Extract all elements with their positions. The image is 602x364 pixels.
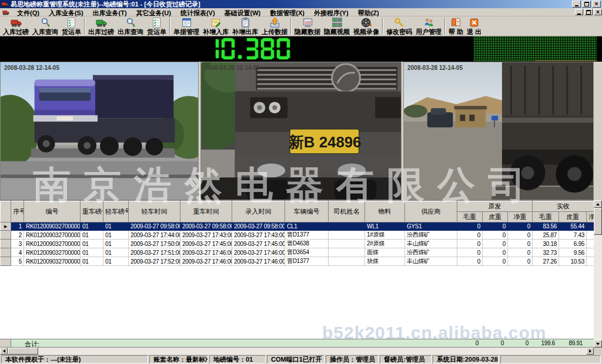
scroll-down-button[interactable] bbox=[594, 340, 602, 348]
toolbar-button-label: 修改密码 bbox=[386, 28, 412, 35]
toolbar-button-clipboard[interactable]: 补增出库 bbox=[230, 16, 260, 36]
table-cell: 2009-03-27 17:43:00 bbox=[180, 231, 232, 240]
table-cell: 0 bbox=[508, 257, 533, 266]
led-baseline bbox=[535, 60, 597, 61]
film-reel-icon bbox=[360, 17, 373, 28]
column-header: 编号 bbox=[24, 201, 81, 223]
horizontal-scrollbar[interactable] bbox=[0, 348, 594, 355]
table-cell: 0 bbox=[508, 223, 533, 231]
menu-item[interactable]: 帮助(Z) bbox=[353, 9, 384, 16]
column-subheader: 净重 bbox=[508, 212, 533, 223]
toolbar-button-label: 隐藏视频 bbox=[324, 28, 350, 35]
table-cell: 0 bbox=[483, 231, 508, 240]
total-value: 0 bbox=[482, 340, 506, 346]
table-cell: 1#原煤 bbox=[365, 231, 405, 240]
toolbar-group: 123隐藏数据隐藏视频视频录像 bbox=[293, 16, 381, 36]
menu-item[interactable]: 数据管理(X) bbox=[265, 9, 309, 16]
menu-item[interactable]: 出库业务(T) bbox=[88, 9, 132, 16]
row-indicator bbox=[1, 240, 11, 248]
child-restore-button[interactable] bbox=[584, 9, 593, 15]
menu-item[interactable]: 外接程序(Y) bbox=[309, 9, 353, 16]
svg-text:123: 123 bbox=[305, 21, 310, 24]
child-close-button[interactable]: × bbox=[594, 9, 602, 15]
toolbar-button-users[interactable]: 用户管理 bbox=[414, 16, 443, 36]
window-controls: × bbox=[572, 1, 601, 8]
restore-button[interactable] bbox=[582, 1, 591, 8]
toolbar-button-label: 补增入库 bbox=[203, 28, 229, 35]
toolbar-button-truck-green[interactable]: 出库过磅 bbox=[86, 16, 116, 36]
toolbar-button-key[interactable]: 修改密码 bbox=[384, 16, 414, 36]
led-digit bbox=[222, 38, 235, 59]
menu-item[interactable]: 入库业务(S) bbox=[44, 9, 88, 16]
document-icon bbox=[180, 17, 193, 28]
toolbar-button-waybill[interactable]: 货运单 bbox=[145, 16, 168, 36]
camera-feed-2: 新B 24896 2008-03-28 12-14-05 bbox=[200, 62, 402, 200]
toolbar-button-truck-red[interactable]: 入库过磅 bbox=[1, 16, 31, 36]
table-cell: 晋D1377 bbox=[285, 231, 329, 240]
table-cell: 55.44 bbox=[559, 223, 587, 231]
toolbar-button-waybill[interactable]: 货运单 bbox=[60, 16, 83, 36]
toolbar-button-search[interactable]: 出库查询 bbox=[116, 16, 145, 36]
toolbar-button-film-reel[interactable]: 视频录像 bbox=[352, 16, 381, 36]
toolbar-button-search[interactable]: 入库查询 bbox=[31, 16, 60, 36]
status-panel: 账套名称：最新标准版 bbox=[149, 355, 208, 363]
toolbar-button-document[interactable]: 单据管理 bbox=[172, 16, 201, 36]
table-cell: 0 bbox=[457, 223, 483, 231]
table-row[interactable]: 2RK012009032700000201012009-03-27 17:44:… bbox=[1, 231, 594, 240]
led-digit bbox=[261, 38, 274, 59]
toolbar-button-label: 视频录像 bbox=[353, 28, 379, 35]
table-cell: 30.18 bbox=[533, 240, 559, 248]
toolbar-button-upload[interactable]: 上传数据 bbox=[260, 16, 289, 36]
column-header: 物料 bbox=[365, 201, 405, 223]
column-header: 司机姓名 bbox=[329, 201, 365, 223]
row-indicator bbox=[1, 231, 11, 240]
status-panel: 操作员：管理员 bbox=[326, 355, 379, 363]
menu-item[interactable]: 统计报表(V) bbox=[176, 9, 220, 16]
vertical-scrollbar[interactable] bbox=[594, 200, 602, 348]
toolbar-button-hide-data[interactable]: 123隐藏数据 bbox=[293, 16, 322, 36]
column-subheader: 毛重 bbox=[457, 212, 483, 223]
toolbar-button-help[interactable]: ?帮 助 bbox=[447, 16, 465, 36]
toolbar-button-label: 出库查询 bbox=[118, 28, 143, 35]
table-cell bbox=[587, 231, 594, 240]
table-cell: 0 bbox=[508, 240, 533, 248]
table-cell: GYS1 bbox=[405, 223, 457, 231]
horizontal-scroll-thumb[interactable] bbox=[8, 348, 38, 355]
table-cell: 01 bbox=[81, 223, 103, 231]
scroll-left-button[interactable] bbox=[0, 348, 8, 355]
table-cell: 丰山煤矿 bbox=[405, 240, 457, 248]
toolbar-group: ?帮 助退 出 bbox=[447, 16, 483, 36]
toolbar-button-hide-video[interactable]: 隐藏视频 bbox=[322, 16, 352, 36]
table-cell: RK0120090327000002 bbox=[24, 231, 81, 240]
menu-item[interactable]: 文件(Q) bbox=[12, 9, 44, 16]
column-header: 轻车时间 bbox=[129, 201, 180, 223]
child-minimize-button[interactable] bbox=[575, 9, 583, 15]
waybill-icon bbox=[65, 17, 78, 28]
table-cell: CL1 bbox=[285, 223, 329, 231]
table-cell: 25.87 bbox=[533, 231, 559, 240]
table-cell: 2009-03-27 17:44:00 bbox=[129, 231, 180, 240]
exit-icon bbox=[468, 17, 480, 28]
table-row[interactable]: 4RK012009032700000401012009-03-27 17:51:… bbox=[1, 248, 594, 257]
toolbar-button-note-add[interactable]: 补增入库 bbox=[201, 16, 230, 36]
scroll-up-button[interactable] bbox=[594, 200, 602, 208]
camera-row: 2008-03-28 12-14-05 bbox=[0, 62, 602, 200]
table-row[interactable]: ▶1RK012009032700000101012009-03-27 09:58… bbox=[1, 223, 594, 231]
menu-item[interactable]: 其它业务(U) bbox=[132, 9, 176, 16]
table-row[interactable]: 5RK012009032700000501012009-03-27 17:52:… bbox=[1, 257, 594, 266]
table-cell: WL1 bbox=[365, 223, 405, 231]
column-group-header: 实收 bbox=[533, 201, 594, 212]
row-indicator bbox=[1, 257, 11, 266]
led-digit bbox=[277, 38, 290, 59]
table-cell: 2009-03-27 17:51:00 bbox=[129, 248, 180, 257]
scroll-right-button[interactable] bbox=[586, 348, 594, 355]
hide-video-icon bbox=[331, 17, 343, 28]
minimize-button[interactable] bbox=[572, 1, 581, 8]
toolbar-button-exit[interactable]: 退 出 bbox=[465, 16, 483, 36]
table-cell: 2009-03-27 17:52:00 bbox=[129, 257, 180, 266]
table-row[interactable]: 3RK012009032700000301012009-03-27 17:50:… bbox=[1, 240, 594, 248]
vertical-scroll-thumb[interactable] bbox=[594, 208, 602, 235]
toolbar: 入库过磅入库查询货运单出库过磅出库查询货运单单据管理补增入库补增出库上传数据12… bbox=[0, 16, 602, 36]
close-button[interactable]: × bbox=[592, 1, 601, 8]
menu-item[interactable]: 基础设置(W) bbox=[220, 9, 266, 16]
